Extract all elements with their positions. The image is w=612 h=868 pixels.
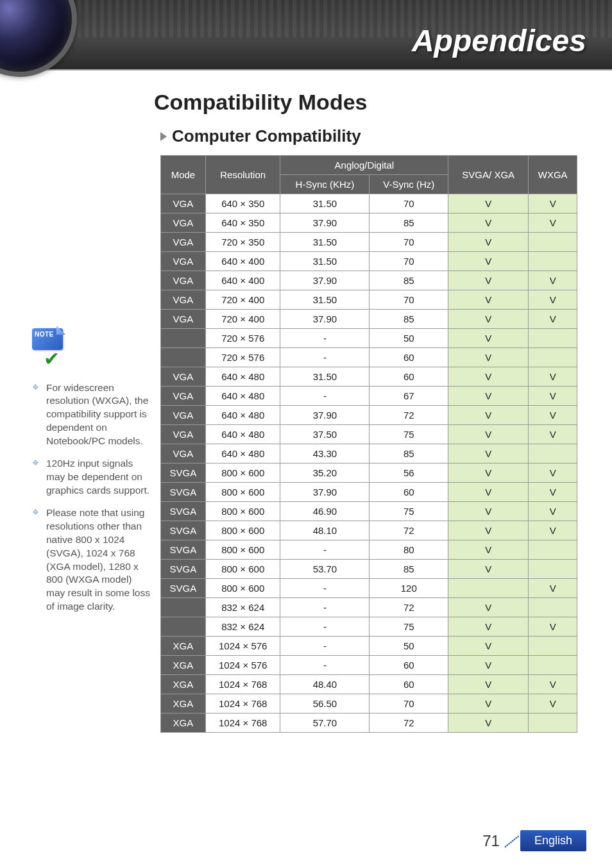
cell-resolution: 800 × 600	[205, 560, 280, 579]
cell-resolution: 800 × 600	[205, 540, 280, 560]
table-row: SVGA800 × 60053.7085V	[161, 560, 577, 579]
table-row: VGA640 × 480-67VV	[161, 387, 577, 406]
cell-resolution: 640 × 480	[205, 387, 280, 406]
cell-wxga	[529, 540, 577, 560]
cell-resolution: 720 × 350	[205, 233, 280, 252]
cell-resolution: 800 × 600	[205, 463, 280, 483]
note-item: ❖ Please note that using resolu­tions ot…	[32, 506, 153, 613]
cell-wxga	[529, 560, 577, 579]
cell-wxga	[529, 329, 577, 348]
cell-svga-xga: V	[448, 521, 529, 540]
cell-wxga: V	[529, 463, 577, 483]
cell-svga-xga: V	[448, 560, 529, 579]
cell-mode: VGA	[161, 406, 206, 425]
cell-mode: VGA	[161, 290, 206, 310]
table-row: SVGA800 × 60046.9075VV	[161, 502, 577, 521]
cell-resolution: 640 × 480	[205, 406, 280, 425]
cell-vsync: 85	[370, 213, 448, 233]
cell-vsync: 67	[370, 387, 448, 406]
cell-mode: XGA	[161, 714, 206, 733]
cell-resolution: 832 × 624	[205, 598, 280, 617]
page-number: 71	[482, 832, 500, 850]
table-row: VGA640 × 48037.9072VV	[161, 406, 577, 425]
cell-svga-xga: V	[448, 637, 529, 656]
cell-svga-xga: V	[448, 656, 529, 675]
cell-vsync: 70	[370, 252, 448, 271]
cell-svga-xga: V	[448, 233, 529, 252]
cell-hsync: -	[280, 617, 370, 637]
note-label: NOTE	[32, 328, 63, 350]
cell-svga-xga: V	[448, 310, 529, 329]
th-hsync: H-Sync (KHz)	[280, 175, 370, 194]
cell-svga-xga: V	[448, 271, 529, 290]
cell-hsync: 31.50	[280, 290, 370, 310]
cell-hsync: 53.70	[280, 560, 370, 579]
cell-mode	[161, 348, 206, 367]
page-title: Compatibility Modes	[154, 90, 586, 115]
cell-svga-xga: V	[448, 194, 529, 213]
cell-wxga: V	[529, 213, 577, 233]
cell-svga-xga: V	[448, 329, 529, 348]
cell-wxga: V	[529, 502, 577, 521]
cell-svga-xga: V	[448, 367, 529, 387]
cell-resolution: 800 × 600	[205, 521, 280, 540]
cell-resolution: 800 × 600	[205, 579, 280, 598]
cell-svga-xga: V	[448, 502, 529, 521]
cell-mode: SVGA	[161, 463, 206, 483]
cell-resolution: 640 × 400	[205, 271, 280, 290]
cell-wxga	[529, 233, 577, 252]
cell-svga-xga: V	[448, 617, 529, 637]
cell-hsync: 48.40	[280, 675, 370, 694]
cell-mode: SVGA	[161, 502, 206, 521]
cell-resolution: 640 × 350	[205, 194, 280, 213]
cell-vsync: 70	[370, 194, 448, 213]
lens-graphic	[0, 0, 77, 77]
cell-resolution: 1024 × 576	[205, 656, 280, 675]
table-row: XGA1024 × 576-50V	[161, 637, 577, 656]
cell-svga-xga: V	[448, 290, 529, 310]
cell-wxga: V	[529, 271, 577, 290]
cell-mode: VGA	[161, 387, 206, 406]
language-label: English	[520, 830, 586, 851]
cell-mode: VGA	[161, 271, 206, 290]
cell-hsync: -	[280, 598, 370, 617]
cell-wxga	[529, 598, 577, 617]
th-vsync: V-Sync (Hz)	[370, 175, 448, 194]
cell-mode	[161, 329, 206, 348]
table-row: 832 × 624-72V	[161, 598, 577, 617]
cell-hsync: 37.50	[280, 425, 370, 444]
table-row: XGA1024 × 76848.4060VV	[161, 675, 577, 694]
cell-wxga: V	[529, 579, 577, 598]
cell-wxga: V	[529, 310, 577, 329]
table-row: VGA640 × 35031.5070VV	[161, 194, 577, 213]
cell-wxga	[529, 637, 577, 656]
cell-hsync: 31.50	[280, 233, 370, 252]
cell-resolution: 1024 × 576	[205, 637, 280, 656]
cell-mode: VGA	[161, 194, 206, 213]
cell-hsync: 56.50	[280, 694, 370, 714]
cell-resolution: 720 × 576	[205, 348, 280, 367]
triangle-bullet-icon	[160, 132, 167, 141]
cell-wxga: V	[529, 694, 577, 714]
cell-hsync: 43.30	[280, 444, 370, 463]
table-row: VGA640 × 48037.5075VV	[161, 425, 577, 444]
cell-vsync: 75	[370, 502, 448, 521]
cell-hsync: 37.90	[280, 310, 370, 329]
cell-vsync: 60	[370, 656, 448, 675]
cell-vsync: 70	[370, 694, 448, 714]
cell-svga-xga: V	[448, 483, 529, 502]
cell-resolution: 720 × 400	[205, 290, 280, 310]
cell-vsync: 70	[370, 233, 448, 252]
cell-mode: SVGA	[161, 521, 206, 540]
cell-mode	[161, 598, 206, 617]
cell-wxga: V	[529, 425, 577, 444]
cell-hsync: 37.90	[280, 213, 370, 233]
cell-svga-xga: V	[448, 714, 529, 733]
cell-wxga: V	[529, 406, 577, 425]
table-row: VGA720 × 35031.5070V	[161, 233, 577, 252]
cell-hsync: -	[280, 656, 370, 675]
cell-mode	[161, 617, 206, 637]
cell-wxga	[529, 714, 577, 733]
cell-vsync: 72	[370, 521, 448, 540]
table-row: SVGA800 × 60035.2056VV	[161, 463, 577, 483]
